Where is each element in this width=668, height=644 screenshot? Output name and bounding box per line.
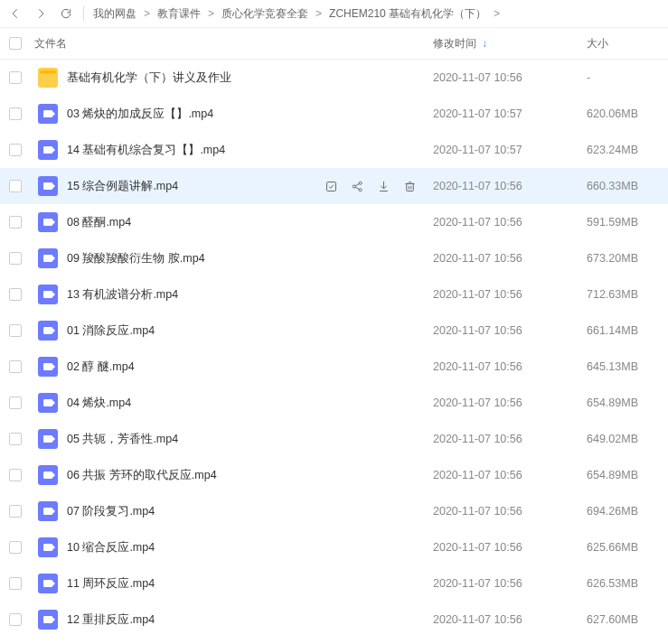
select-all-checkbox[interactable] bbox=[9, 37, 22, 50]
row-checkbox-cell bbox=[0, 324, 31, 337]
table-row[interactable]: 11 周环反应.mp42020-11-07 10:56626.53MB bbox=[0, 565, 668, 602]
row-checkbox[interactable] bbox=[9, 360, 22, 373]
row-checkbox[interactable] bbox=[9, 433, 22, 445]
delete-icon[interactable] bbox=[403, 180, 417, 193]
file-name[interactable]: 基础有机化学（下）讲义及作业 bbox=[67, 70, 433, 86]
column-header-size[interactable]: 大小 bbox=[587, 36, 668, 51]
name-cell: 11 周环反应.mp4 bbox=[31, 574, 433, 593]
row-checkbox-cell bbox=[0, 216, 31, 229]
table-row[interactable]: 06 共振 芳环的取代反应.mp42020-11-07 10:56654.89M… bbox=[0, 457, 668, 493]
file-name[interactable]: 10 缩合反应.mp4 bbox=[67, 540, 433, 555]
row-checkbox[interactable] bbox=[9, 324, 22, 337]
video-icon bbox=[38, 212, 58, 232]
breadcrumb-item[interactable]: 教育课件 bbox=[157, 6, 201, 22]
row-checkbox[interactable] bbox=[9, 107, 22, 120]
breadcrumb-separator: > bbox=[208, 7, 214, 20]
name-cell: 08 醛酮.mp4 bbox=[31, 212, 433, 232]
file-name[interactable]: 03 烯炔的加成反应【】.mp4 bbox=[67, 107, 433, 122]
table-row[interactable]: 基础有机化学（下）讲义及作业2020-11-07 10:56- bbox=[0, 60, 668, 96]
svg-rect-36 bbox=[327, 182, 336, 191]
row-checkbox-cell bbox=[0, 144, 31, 156]
file-size: 645.13MB bbox=[587, 360, 668, 373]
download-icon[interactable] bbox=[377, 180, 390, 193]
svg-line-40 bbox=[355, 183, 359, 186]
row-checkbox[interactable] bbox=[9, 577, 22, 590]
table-row[interactable]: 03 烯炔的加成反应【】.mp42020-11-07 10:57620.06MB bbox=[0, 96, 668, 132]
name-cell: 14 基础有机综合复习【】.mp4 bbox=[31, 140, 433, 160]
file-name[interactable]: 05 共轭，芳香性.mp4 bbox=[67, 432, 433, 447]
table-row[interactable]: 13 有机波谱分析.mp42020-11-07 10:56712.63MB bbox=[0, 276, 668, 313]
refresh-button[interactable] bbox=[58, 5, 74, 22]
file-name[interactable]: 12 重排反应.mp4 bbox=[67, 612, 433, 628]
breadcrumb-separator: > bbox=[315, 7, 322, 20]
file-name[interactable]: 04 烯炔.mp4 bbox=[67, 396, 433, 411]
breadcrumb-item[interactable]: ZCHEM210 基础有机化学（下） bbox=[329, 6, 486, 22]
row-checkbox-cell bbox=[0, 360, 31, 373]
file-name[interactable]: 15 综合例题讲解.mp4 bbox=[67, 179, 317, 194]
chevron-left-icon bbox=[9, 7, 22, 20]
row-checkbox[interactable] bbox=[9, 397, 22, 409]
table-row[interactable]: 01 消除反应.mp42020-11-07 10:56661.14MB bbox=[0, 313, 668, 349]
table-row[interactable]: 04 烯炔.mp42020-11-07 10:56654.89MB bbox=[0, 385, 668, 421]
name-cell: 01 消除反应.mp4 bbox=[31, 321, 433, 341]
table-row[interactable]: 10 缩合反应.mp42020-11-07 10:56625.66MB bbox=[0, 529, 668, 565]
file-size: 591.59MB bbox=[587, 216, 668, 229]
table-row[interactable]: 15 综合例题讲解.mp42020-11-07 10:56660.33MB bbox=[0, 168, 668, 204]
toolbar: 我的网盘>教育课件>质心化学竞赛全套>ZCHEM210 基础有机化学（下）> bbox=[0, 0, 668, 27]
table-row[interactable]: 12 重排反应.mp42020-11-07 10:56627.60MB bbox=[0, 602, 668, 638]
video-icon bbox=[38, 285, 58, 304]
svg-point-39 bbox=[359, 188, 362, 191]
row-checkbox[interactable] bbox=[9, 180, 22, 192]
modified-time: 2020-11-07 10:56 bbox=[433, 541, 587, 554]
chevron-right-icon bbox=[34, 7, 47, 20]
row-checkbox-cell bbox=[0, 107, 31, 120]
video-icon bbox=[38, 176, 58, 196]
open-icon[interactable] bbox=[325, 180, 338, 193]
table-row[interactable]: 08 醛酮.mp42020-11-07 10:56591.59MB bbox=[0, 204, 668, 240]
row-checkbox[interactable] bbox=[9, 216, 22, 229]
row-checkbox[interactable] bbox=[9, 505, 22, 518]
back-button[interactable] bbox=[7, 5, 24, 22]
modified-time: 2020-11-07 10:56 bbox=[433, 216, 587, 229]
name-cell: 07 阶段复习.mp4 bbox=[31, 501, 433, 521]
breadcrumb-item[interactable]: 质心化学竞赛全套 bbox=[221, 6, 308, 22]
row-checkbox[interactable] bbox=[9, 71, 22, 84]
modified-time: 2020-11-07 10:56 bbox=[433, 252, 587, 265]
row-checkbox[interactable] bbox=[9, 144, 22, 156]
file-name[interactable]: 09 羧酸羧酸衍生物 胺.mp4 bbox=[67, 251, 433, 266]
table-row[interactable]: 05 共轭，芳香性.mp42020-11-07 10:56649.02MB bbox=[0, 421, 668, 457]
row-checkbox[interactable] bbox=[9, 541, 22, 554]
file-name[interactable]: 14 基础有机综合复习【】.mp4 bbox=[67, 143, 433, 158]
modified-time: 2020-11-07 10:56 bbox=[433, 324, 587, 337]
forward-button[interactable] bbox=[33, 5, 49, 22]
row-checkbox[interactable] bbox=[9, 613, 22, 626]
breadcrumb-separator: > bbox=[494, 7, 500, 20]
file-name[interactable]: 11 周环反应.mp4 bbox=[67, 576, 433, 592]
row-checkbox[interactable] bbox=[9, 469, 22, 481]
file-size: 654.89MB bbox=[587, 397, 668, 409]
row-checkbox[interactable] bbox=[9, 288, 22, 301]
breadcrumb-item[interactable]: 我的网盘 bbox=[93, 6, 136, 22]
table-row[interactable]: 14 基础有机综合复习【】.mp42020-11-07 10:57623.24M… bbox=[0, 132, 668, 168]
file-name[interactable]: 01 消除反应.mp4 bbox=[67, 323, 433, 339]
svg-point-38 bbox=[359, 182, 362, 184]
row-checkbox-cell bbox=[0, 469, 31, 481]
modified-time: 2020-11-07 10:56 bbox=[433, 360, 587, 373]
modified-time: 2020-11-07 10:56 bbox=[433, 613, 587, 626]
column-header-time[interactable]: 修改时间 ↓ bbox=[433, 36, 587, 51]
table-row[interactable]: 07 阶段复习.mp42020-11-07 10:56694.26MB bbox=[0, 493, 668, 529]
share-icon[interactable] bbox=[351, 180, 364, 193]
file-name[interactable]: 07 阶段复习.mp4 bbox=[67, 504, 433, 519]
row-checkbox-cell bbox=[0, 252, 31, 265]
table-row[interactable]: 02 醇 醚.mp42020-11-07 10:56645.13MB bbox=[0, 349, 668, 385]
column-header-name[interactable]: 文件名 bbox=[31, 36, 433, 51]
file-name[interactable]: 06 共振 芳环的取代反应.mp4 bbox=[67, 468, 433, 483]
breadcrumb: 我的网盘>教育课件>质心化学竞赛全套>ZCHEM210 基础有机化学（下）> bbox=[93, 6, 500, 22]
row-checkbox[interactable] bbox=[9, 252, 22, 265]
video-icon bbox=[38, 357, 58, 377]
table-row[interactable]: 09 羧酸羧酸衍生物 胺.mp42020-11-07 10:56673.20MB bbox=[0, 240, 668, 276]
file-name[interactable]: 08 醛酮.mp4 bbox=[67, 215, 433, 230]
row-checkbox-cell bbox=[0, 433, 31, 445]
file-name[interactable]: 13 有机波谱分析.mp4 bbox=[67, 287, 433, 303]
file-name[interactable]: 02 醇 醚.mp4 bbox=[67, 359, 433, 375]
